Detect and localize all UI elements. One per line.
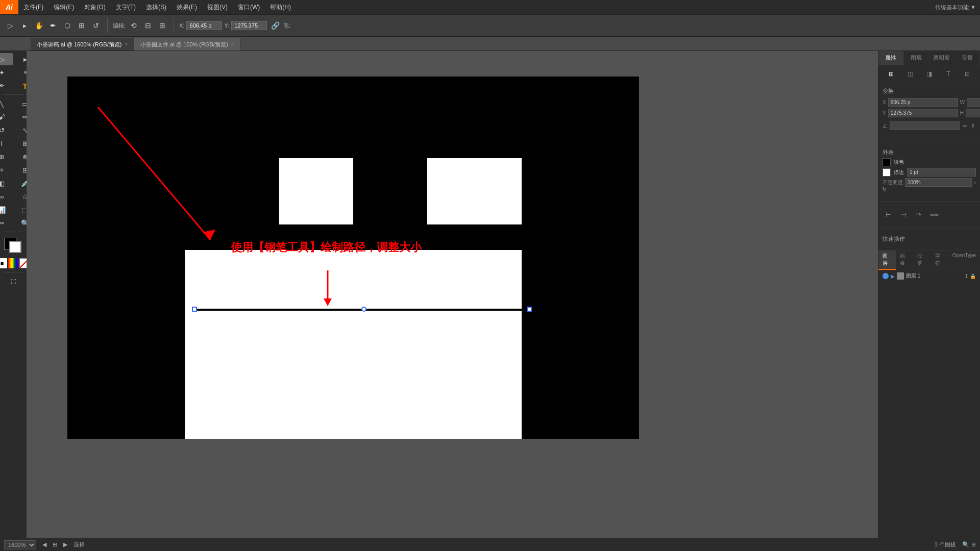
opacity-expand-icon[interactable]: › bbox=[974, 179, 976, 186]
right-tab-opacity[interactable]: 透明度 bbox=[929, 51, 955, 65]
w-label: W bbox=[960, 99, 965, 105]
layer-tab-layers[interactable]: 图层 bbox=[878, 251, 896, 270]
blend-tool[interactable]: ∞ bbox=[0, 190, 13, 203]
right-tab-variables[interactable]: 变量 bbox=[954, 51, 980, 65]
app-logo: Ai bbox=[0, 0, 18, 14]
menu-object[interactable]: 对象(O) bbox=[79, 0, 110, 14]
anchor-convert-icon[interactable]: ⬡ bbox=[61, 19, 74, 32]
selection-tool[interactable]: ▷ bbox=[0, 53, 13, 65]
panel-icon-transparency[interactable]: ◨ bbox=[923, 68, 935, 80]
status-search-icon[interactable]: 🔍 bbox=[962, 541, 969, 548]
flip-v-icon[interactable]: ⇕ bbox=[970, 119, 976, 132]
path-anchor-mid[interactable] bbox=[361, 307, 366, 312]
layer-tab-artboards[interactable]: 画板 bbox=[896, 251, 913, 270]
layer-lock-icon[interactable]: 🔒 bbox=[970, 273, 976, 279]
workspace-selector[interactable]: 传统基本功能 ▼ bbox=[935, 4, 980, 11]
stroke-swatch[interactable] bbox=[883, 168, 891, 177]
x-input[interactable] bbox=[186, 21, 222, 30]
transform-icon[interactable]: ⟲ bbox=[128, 19, 140, 32]
status-scale-icon[interactable]: ⊞ bbox=[971, 541, 976, 548]
align-icon[interactable]: ⊟ bbox=[142, 19, 154, 32]
layer-tab-paragraph[interactable]: 段落 bbox=[913, 251, 930, 270]
y-field-input[interactable] bbox=[888, 109, 958, 117]
fill-row: 填色 bbox=[883, 158, 976, 166]
stroke-color-swatch[interactable] bbox=[9, 241, 21, 253]
w-field-input[interactable] bbox=[967, 98, 980, 107]
tab-1[interactable]: 小墨讲稿.ai @ 1600% (RGB/预览) × bbox=[31, 38, 134, 51]
artboard-navigate[interactable]: ⬚ bbox=[2, 275, 24, 287]
zoom-status: 1600% bbox=[4, 540, 36, 549]
rotate-icon[interactable]: ↺ bbox=[90, 19, 102, 32]
stroke-width-input[interactable] bbox=[907, 168, 976, 177]
align-left-icon[interactable]: ⊢ bbox=[883, 209, 894, 220]
distribute-icon[interactable]: ⊞ bbox=[156, 19, 168, 32]
right-tab-layers[interactable]: 图层 bbox=[904, 51, 929, 65]
angle-input[interactable] bbox=[890, 121, 960, 130]
right-tab-properties[interactable]: 属性 bbox=[878, 51, 904, 65]
scale-icon[interactable]: ⊞ bbox=[76, 19, 88, 32]
line-tool[interactable]: ╲ bbox=[0, 97, 13, 110]
panel-icon-layers[interactable]: ◫ bbox=[904, 68, 916, 80]
shape-builder-tool[interactable]: ⊕ bbox=[0, 151, 13, 163]
color-mode-color[interactable]: ■ bbox=[0, 258, 7, 268]
menu-window[interactable]: 窗口(W) bbox=[233, 0, 265, 14]
y-input[interactable] bbox=[231, 21, 267, 30]
pen-tool[interactable]: ✒ bbox=[0, 80, 13, 92]
magic-wand-tool[interactable]: ✦ bbox=[0, 66, 13, 79]
link-xy-icon[interactable]: 🔗 bbox=[269, 19, 281, 32]
layers-tabs-row: 图层 画板 段落 字符 OpenType bbox=[878, 251, 980, 270]
tab-2[interactable]: 小墨圆文件.ai @ 100% (RGB/预览) × bbox=[134, 38, 240, 51]
layer-tab-char[interactable]: 字符 bbox=[931, 251, 948, 270]
path-anchor-right[interactable] bbox=[527, 307, 532, 312]
panel-icon-properties[interactable]: ⊞ bbox=[886, 68, 897, 80]
quick-actions-title: 快速操作 bbox=[883, 235, 976, 243]
menu-text[interactable]: 文字(T) bbox=[111, 0, 141, 14]
perspective-tool[interactable]: ⟡ bbox=[0, 164, 13, 176]
flip-h-icon[interactable]: ⇔ bbox=[962, 119, 968, 132]
transform-section: 变换 X W Y H ∠ ⇔ ⇕ bbox=[878, 83, 980, 138]
rotate-tool[interactable]: ↺ bbox=[0, 124, 13, 136]
zoom-selector[interactable]: 1600% bbox=[4, 540, 36, 549]
annotation-text: 使用【钢笔工具】绘制路径，调整大小 bbox=[231, 240, 422, 255]
menu-file[interactable]: 文件(F) bbox=[18, 0, 48, 14]
fill-swatch[interactable] bbox=[883, 158, 891, 166]
x-field-input[interactable] bbox=[888, 98, 958, 107]
direct-select-icon[interactable]: ▸ bbox=[18, 19, 31, 32]
nav-next[interactable]: ▶ bbox=[63, 541, 67, 548]
gradient-tool[interactable]: ◧ bbox=[0, 177, 13, 189]
layer-expand-icon[interactable]: ▶ bbox=[891, 273, 895, 279]
nav-prev[interactable]: ◀ bbox=[42, 541, 46, 548]
tab-1-close[interactable]: × bbox=[125, 38, 128, 51]
path-anchor-left[interactable] bbox=[192, 307, 197, 312]
hand-tool-icon[interactable]: ✋ bbox=[33, 19, 45, 32]
panel-icon-typography[interactable]: T bbox=[943, 68, 954, 80]
panel-icon-align[interactable]: ⊟ bbox=[962, 68, 973, 80]
color-mode-gradient[interactable] bbox=[8, 258, 18, 268]
column-graph-tool[interactable]: 📊 bbox=[0, 204, 13, 216]
slice-tool[interactable]: ✂ bbox=[0, 217, 13, 229]
pen-tool-icon[interactable]: ✒ bbox=[47, 19, 59, 32]
appearance-title: 外表 bbox=[883, 148, 976, 156]
menu-select[interactable]: 选择(S) bbox=[141, 0, 172, 14]
menu-help[interactable]: 帮助(H) bbox=[265, 0, 296, 14]
reflect-icon[interactable]: ⟺ bbox=[928, 209, 940, 220]
opacity-input[interactable] bbox=[905, 178, 972, 187]
layer-name[interactable]: 图层 1 bbox=[906, 272, 963, 280]
layer-visibility-icon[interactable] bbox=[883, 273, 889, 279]
warp-tool[interactable]: ⌇ bbox=[0, 137, 13, 149]
appearance-section: 外表 填色 描边 不透明度 › fx bbox=[878, 144, 980, 198]
rotate-cw-icon[interactable]: ↷ bbox=[913, 209, 924, 220]
paintbrush-tool[interactable]: 🖌 bbox=[0, 111, 13, 123]
fill-label: 填色 bbox=[894, 159, 904, 166]
align-right-icon[interactable]: ⊣ bbox=[898, 209, 909, 220]
menu-edit[interactable]: 编辑(E) bbox=[48, 0, 79, 14]
right-panel: 属性 图层 透明度 变量 ⊞ ◫ ◨ T ⊟ 变换 X W Y H bbox=[878, 51, 980, 538]
tab-2-close[interactable]: × bbox=[231, 38, 234, 51]
menu-effect[interactable]: 效果(E) bbox=[172, 0, 202, 14]
menu-view[interactable]: 视图(V) bbox=[202, 0, 233, 14]
canvas-area[interactable]: 使用【钢笔工具】绘制路径，调整大小 bbox=[27, 51, 878, 538]
selection-tool-icon[interactable]: ▷ bbox=[4, 19, 16, 32]
h-field-input[interactable] bbox=[966, 109, 980, 117]
shape-bottom-right-corner bbox=[522, 398, 639, 439]
layer-tab-opentype[interactable]: OpenType bbox=[948, 251, 980, 270]
